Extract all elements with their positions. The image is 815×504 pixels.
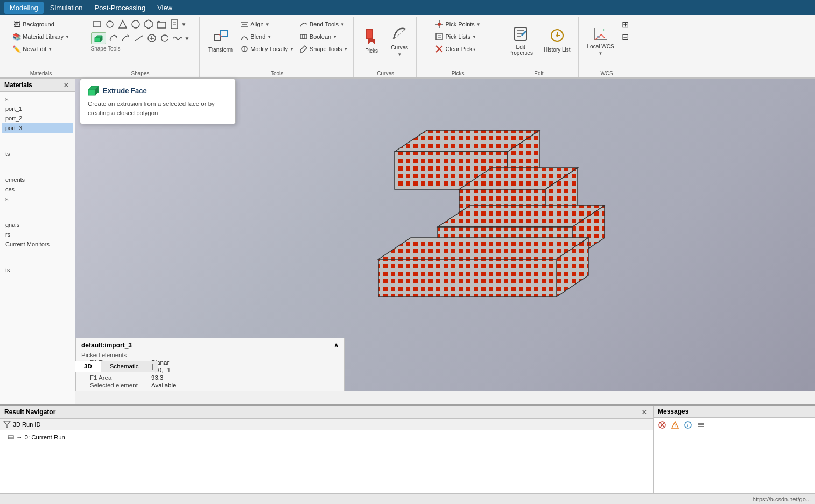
warning-icon: ! [671,421,679,429]
edit-properties-button[interactable]: Edit Properties [503,18,538,62]
messages-clear-button[interactable] [657,420,668,430]
wcs-extra2-button[interactable]: ⊟ [620,31,631,42]
info-section-label-row: Picked elements [81,351,339,359]
folder-icon [157,19,166,29]
result-navigator-header: Result Navigator × [0,406,653,419]
extrude-button[interactable] [91,32,106,44]
bend-tools-button[interactable]: Bend Tools ▼ [297,18,350,30]
ribbon-group-wcs: W L Local WCS ▼ ⊞ ⊟ WCS [580,17,634,77]
clear-picks-icon [435,45,444,53]
menu-view[interactable]: View [152,2,178,14]
background-button[interactable]: 🖼 Background [10,18,72,30]
history-list-button[interactable]: History List [539,18,574,62]
materials-item-ts2[interactable]: ts [2,265,73,275]
svg-marker-10 [115,36,117,38]
info-panel-collapse[interactable]: ∧ [334,342,339,349]
materials-item-port2[interactable]: port_2 [2,113,73,123]
wcs-extra1-button[interactable]: ⊞ [620,18,631,30]
blend-dropdown: ▼ [267,34,271,39]
curves-large-button[interactable]: Curves ▼ [386,18,413,62]
revolve-button[interactable] [107,32,119,44]
svg-text:i: i [687,423,688,428]
sweep-button[interactable] [120,32,132,44]
extrude-icon [94,33,103,43]
shape-rect-button[interactable] [91,18,103,30]
materials-item-rs[interactable]: rs [2,230,73,239]
svg-rect-49 [88,89,95,95]
material-library-button[interactable]: 📚 Material Library ▼ [10,31,72,42]
ribbon-group-edit: Edit Properties History List Edit [500,17,578,77]
tooltip-extrude-icon [88,84,100,96]
messages-warning-filter[interactable]: ! [670,420,680,430]
boolean-dropdown: ▼ [333,34,337,39]
materials-col: 🖼 Background 📚 Material Library ▼ ✏️ New… [10,18,72,55]
blend-icon [240,32,249,41]
shapes-group-label: Shapes [85,70,196,77]
menu-modeling[interactable]: Modeling [4,2,44,14]
shape-circle-button[interactable] [104,18,116,30]
modify-locally-button[interactable]: Modify Locally ▼ [238,43,296,55]
doc-icon [170,19,179,29]
loft-button[interactable] [133,32,145,44]
shape-op2-button[interactable] [159,32,171,44]
tab-3d[interactable]: 3D [75,361,101,372]
result-row-current[interactable]: → 0: Current Run [4,432,649,442]
clear-picks-button[interactable]: Clear Picks [433,43,482,55]
pick-points-button[interactable]: Pick Points ▼ [433,18,482,30]
blend-button[interactable]: Blend ▼ [238,31,296,42]
shape-diamond-button[interactable] [130,18,142,30]
boolean-icon [299,32,308,41]
materials-item-gnals[interactable]: gnals [2,220,73,230]
menu-postprocessing[interactable]: Post-Processing [89,2,151,14]
list-icon [697,421,705,429]
align-button[interactable]: Align ▼ [238,18,296,30]
edit-group-label: Edit [503,70,574,77]
materials-item-ements[interactable]: ements [2,175,73,184]
materials-item-s[interactable]: s [2,94,73,104]
bend-dropdown: ▼ [340,22,345,27]
result-navigator-close[interactable]: × [640,408,649,416]
shape-hex-button[interactable] [143,18,154,30]
materials-item-ces[interactable]: ces [2,184,73,194]
tools-group-label: Tools [204,70,350,77]
new-edit-dropdown-arrow: ▼ [48,47,52,52]
shape-extra1-button[interactable] [156,18,167,30]
materials-item-ts[interactable]: ts [2,149,73,159]
shape-tools-button[interactable]: Shape Tools ▼ [297,43,350,55]
tooltip-title: Extrude Face [88,84,228,96]
filter-icon [3,421,11,428]
ribbon-groups: 🖼 Background 📚 Material Library ▼ ✏️ New… [0,15,815,77]
shape-extra2-button[interactable] [168,18,180,30]
shape-triangle-button[interactable] [117,18,129,30]
library-dropdown-arrow: ▼ [65,34,69,39]
bend-icon [299,20,308,29]
materials-item-port3[interactable]: port_3 [2,123,73,133]
svg-text:!: ! [675,424,676,428]
shape-op3-button[interactable] [172,32,184,44]
menu-simulation[interactable]: Simulation [45,2,88,14]
background-icon: 🖼 [12,20,21,29]
new-edit-button[interactable]: ✏️ New/Edit ▼ [10,43,72,55]
local-wcs-button[interactable]: W L Local WCS ▼ [583,18,619,62]
transform-button[interactable]: Transform [204,18,237,62]
materials-item-port1[interactable]: port_1 [2,104,73,113]
boolean-button[interactable]: Boolean ▼ [297,31,350,42]
pick-lists-button[interactable]: Pick Lists ▼ [433,31,482,42]
messages-list-view[interactable] [695,420,706,430]
svg-rect-18 [221,30,227,37]
tools-col2: Bend Tools ▼ Boolean ▼ Shape Tools ▼ [297,18,350,55]
materials-item-s2[interactable]: s [2,194,73,204]
picks-large-button[interactable]: Picks [358,18,385,62]
tab-schematic[interactable]: Schematic [101,361,148,372]
add-icon [147,33,157,43]
pick-points-dropdown: ▼ [476,22,481,27]
materials-close-button[interactable]: × [62,81,71,89]
picks-group-label: Picks [421,70,495,77]
picks-group-content: Pick Points ▼ Pick Lists ▼ Clear Picks [433,18,482,70]
materials-item-current-monitors[interactable]: Current Monitors [2,239,73,249]
loft-icon [134,33,144,43]
messages-info-filter[interactable]: i [683,420,693,430]
shape-op1-button[interactable] [146,32,158,44]
shapes-row2-dropdown: ▼ [185,36,190,41]
tab-extra[interactable]: | [147,361,158,372]
